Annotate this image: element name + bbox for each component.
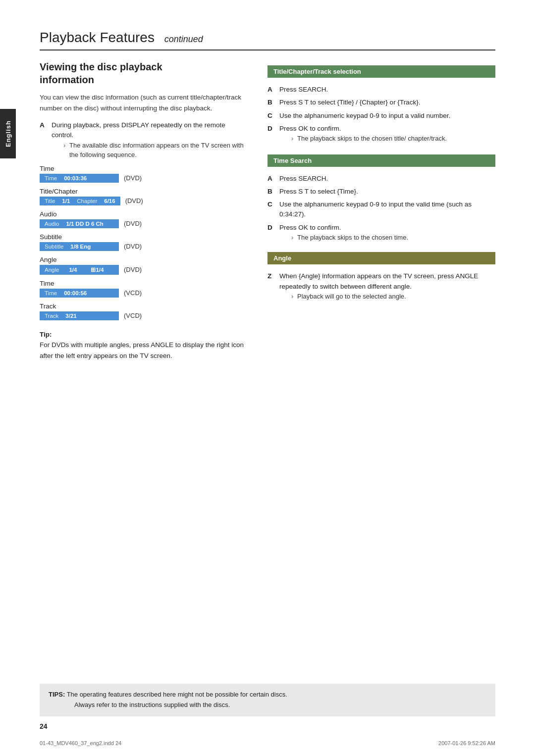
- section3-steps: Z When {Angle} information appears on th…: [268, 271, 495, 301]
- section1-step-c: C Use the alphanumeric keypad 0-9 to inp…: [268, 111, 495, 121]
- footer-left: 01-43_MDV460_37_eng2.indd 24: [40, 740, 121, 746]
- right-column: Title/Chapter/Track selection A Press SE…: [268, 60, 495, 361]
- display-label-track: Track: [40, 302, 248, 310]
- steps-list: A During playback, press DISPLAY repeate…: [40, 120, 248, 160]
- tips-box: TIPS: The operating features described h…: [40, 684, 495, 716]
- page-number: 24: [40, 722, 48, 730]
- section1-sub-bullet: The playback skips to the chosen title/ …: [291, 134, 447, 144]
- section3-step-z: Z When {Angle} information appears on th…: [268, 271, 495, 301]
- display-row-audio: Audio 1/1 DD D 6 Ch (DVD): [40, 219, 248, 228]
- section2-step-c: C Use the alphanumeric keypad 0-9 to inp…: [268, 200, 495, 220]
- section1-header: Title/Chapter/Track selection: [268, 65, 495, 78]
- step-a: A During playback, press DISPLAY repeate…: [40, 120, 248, 160]
- section2-sub-bullet: The playback skips to the chosen time.: [291, 233, 408, 243]
- display-bar-audio: Audio 1/1 DD D 6 Ch: [40, 219, 119, 228]
- display-bar-time-vcd: Time 00:00:56: [40, 289, 119, 298]
- display-row-angle: Angle 1/4 ⊞1/4 (DVD): [40, 265, 248, 275]
- section2-steps: A Press SEARCH. B Press S T to select {T…: [268, 174, 495, 243]
- display-row-track: Track 3/21 (VCD): [40, 311, 248, 320]
- section1-step-a: A Press SEARCH.: [268, 85, 495, 95]
- page-title: Playback Features continued: [40, 30, 495, 50]
- section2-step-b: B Press S T to select {Time}.: [268, 187, 495, 197]
- footer-right: 2007-01-26 9:52:26 AM: [438, 740, 495, 746]
- body-text: You can view the disc information (such …: [40, 92, 248, 113]
- display-label-audio: Audio: [40, 210, 248, 218]
- display-row-titlechapter: Title 1/1 Chapter 6/16 (DVD): [40, 197, 248, 205]
- display-label-time-vcd: Time: [40, 280, 248, 287]
- display-label-subtitle: Subtitle: [40, 233, 248, 241]
- section2-header: Time Search: [268, 154, 495, 167]
- display-bar-angle: Angle 1/4 ⊞1/4: [40, 265, 119, 275]
- display-bar-subtitle: Subtitle 1/8 Eng: [40, 242, 119, 251]
- tip-section: Tip: For DVDs with multiple angles, pres…: [40, 329, 248, 361]
- section2-step-a: A Press SEARCH.: [268, 174, 495, 184]
- english-tab: English: [0, 109, 16, 158]
- section1-step-d: D Press OK to confirm. The playback skip…: [268, 124, 495, 144]
- section1-steps: A Press SEARCH. B Press S T to select {T…: [268, 85, 495, 144]
- display-bar-time-dvd: Time 00:03:36: [40, 174, 119, 183]
- section2-step-d: D Press OK to confirm. The playback skip…: [268, 223, 495, 243]
- left-column: Viewing the disc playback information Yo…: [40, 60, 248, 361]
- left-section-heading: Viewing the disc playback information: [40, 60, 248, 86]
- section3-header: Angle: [268, 252, 495, 264]
- display-row-subtitle: Subtitle 1/8 Eng (DVD): [40, 242, 248, 251]
- display-label-time-dvd: Time: [40, 165, 248, 172]
- display-row-time-vcd: Time 00:00:56 (VCD): [40, 289, 248, 298]
- display-label-angle: Angle: [40, 256, 248, 263]
- section1-step-b: B Press S T to select {Title} / {Chapter…: [268, 98, 495, 107]
- sub-bullet: The available disc information appears o…: [63, 141, 248, 160]
- display-row-time-dvd: Time 00:03:36 (DVD): [40, 174, 248, 183]
- display-label-titlechapter: Title/Chapter: [40, 188, 248, 195]
- display-bar-titlechapter: Title 1/1 Chapter 6/16: [40, 197, 120, 205]
- display-bar-track: Track 3/21: [40, 311, 119, 320]
- section3-sub-bullet: Playback will go to the selected angle.: [291, 292, 495, 302]
